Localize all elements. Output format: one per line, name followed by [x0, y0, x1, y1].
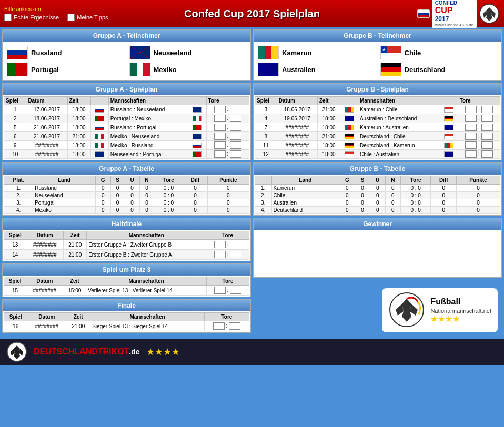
- flag-russia: [7, 46, 28, 59]
- gruppe-b-tabelle-table: Land G S U N Tore Diff Punkte 1. Kamerun…: [255, 176, 500, 214]
- fussball-text-area: Fußball Nationalmannschaft.net ★★★★: [430, 297, 491, 324]
- table-row: 3. Portugal 0 0 0 0 0 : 0 0 0: [4, 199, 249, 207]
- gruppe-a-tabelle-panel: Gruppe A - Tabelle Plat. Land G S U N To…: [2, 162, 251, 216]
- table-row: 11 ######## 18:00 Deutschland : Kamerun …: [255, 141, 500, 150]
- flag-cameroon: [258, 46, 279, 59]
- table-row: 16 ######## 21:00 Sieger Spiel 13 : Sieg…: [4, 321, 249, 331]
- table-row: 7 ######## 18:00 Kamerun : Australien :: [255, 123, 500, 132]
- table-row: 14 ######## 21:00 Erster Gruppe B : Zwei…: [4, 250, 249, 260]
- bitte-text: Bitte ankreuzen:: [4, 6, 128, 12]
- flag-portugal: [7, 63, 28, 76]
- left-column: Gruppe A - Teilnehmer Russland Neuseelan…: [2, 29, 251, 337]
- gruppe-b-spielplan-panel: Gruppe B - Spielplan Spiel Datum Zeit Ma…: [253, 83, 502, 160]
- table-row: 10 ######## 18:00 Neuseeland : Portugal …: [4, 150, 249, 159]
- halbfinale-panel: Halbfinale Spiel Datum Zeit Mannschaften…: [2, 218, 251, 261]
- gruppe-b-spielplan-header: Gruppe B - Spielplan: [254, 84, 501, 95]
- header-logo: CONFED CUP 2017 www.Confed-Cup.de: [376, 0, 500, 28]
- team-neuseeland: Neuseeland: [129, 46, 247, 59]
- bottom-stars: ★★★★: [146, 346, 180, 358]
- gruppe-b-spielplan-table: Spiel Datum Zeit Mannschaften Tore 3 18.…: [255, 96, 500, 159]
- fussball-logo: Fußball Nationalmannschaft.net ★★★★: [382, 288, 498, 332]
- bottom-site-text: DEUTSCHLANDTRIKOT.de: [34, 347, 140, 357]
- gruppe-b-teilnehmer-header: Gruppe B - Teilnehmer: [254, 30, 501, 42]
- gewinner-panel: Gewinner: [253, 218, 502, 278]
- logo-year: 2017: [435, 15, 473, 23]
- finale-panel: Finale Spiel Datum Zeit Mannschaften Tor…: [2, 299, 251, 333]
- table-row: 9 ######## 18:00 Mexiko : Russland :: [4, 141, 249, 150]
- col-zeit: Zeit: [67, 97, 90, 105]
- team-kamerun: Kamerun: [258, 46, 375, 59]
- flag-mexico: [129, 63, 150, 76]
- team-deutschland: Deutschland: [380, 63, 498, 76]
- halbfinale-body: Spiel Datum Zeit Mannschaften Tore 13 ##…: [3, 230, 250, 261]
- table-row: 13 ######## 21:00 Erster Gruppe A : Zwei…: [4, 240, 249, 250]
- halbfinale-header: Halbfinale: [3, 218, 250, 230]
- bottom-bar: DEUTSCHLANDTRIKOT.de ★★★★: [0, 339, 504, 365]
- bottom-ball-icon: [6, 341, 27, 362]
- logo-confed: CONFED: [435, 0, 473, 6]
- gruppe-a-spielplan-panel: Gruppe A - Spielplan Spiel Datum Zeit Ma…: [2, 83, 251, 160]
- checkboxes: Echte Ergebnisse Meine Tipps: [4, 14, 128, 21]
- header-title: Confed Cup 2017 Spielplan: [128, 8, 376, 20]
- platz3-body: Spiel Datum Zeit Mannschaften Tore 15 ##…: [3, 276, 250, 297]
- table-row: 4 19.06.2017 18:00 Australien : Deutschl…: [255, 114, 500, 123]
- table-row: 15 ######## 15:00 Verlierer Spiel 13 : V…: [4, 286, 249, 296]
- logo-box: CONFED CUP 2017 www.Confed-Cup.de: [432, 0, 477, 28]
- team-australien: Australien: [258, 63, 375, 76]
- table-row: 2. Chile 0 0 0 0 0 : 0 0 0: [255, 192, 500, 199]
- team-russland: Russland: [7, 46, 124, 59]
- table-row: 2 18.06.2017 18:00 Portugal : Mexiko :: [4, 114, 249, 123]
- gruppe-a-teilnehmer-panel: Gruppe A - Teilnehmer Russland Neuseelan…: [2, 29, 251, 81]
- echte-checkbox-input[interactable]: [4, 14, 12, 21]
- tipps-checkbox[interactable]: Meine Tipps: [67, 14, 108, 21]
- finale-body: Spiel Datum Zeit Mannschaften Tore 16 ##…: [3, 311, 250, 332]
- gruppe-a-spielplan-table: Spiel Datum Zeit Mannschaften Tore 1 17.…: [4, 96, 249, 159]
- table-row: 4. Mexiko 0 0 0 0 0 : 0 0 0: [4, 207, 249, 214]
- table-row: 5 21.06.2017 18:00 Russland : Portugal :: [4, 123, 249, 132]
- col-datum: Datum: [26, 97, 67, 105]
- gruppe-b-tabelle-panel: Gruppe B - Tabelle Land G S U N Tore Dif…: [253, 162, 502, 216]
- gruppe-a-teilnehmer-header: Gruppe A - Teilnehmer: [3, 30, 250, 42]
- gruppe-b-teilnehmer-panel: Gruppe B - Teilnehmer Kamerun ★ Chile: [253, 29, 502, 81]
- platz3-header: Spiel um Platz 3: [3, 264, 250, 276]
- table-row: 2. Neuseeland 0 0 0 0 0 : 0 0 0: [4, 192, 249, 199]
- col-spiel: Spiel: [4, 97, 26, 105]
- gruppe-a-tabelle-table: Plat. Land G S U N Tore Diff Punkte 1. R…: [4, 176, 249, 214]
- gruppe-a-tabelle-header: Gruppe A - Tabelle: [3, 163, 250, 175]
- flag-australia: [258, 63, 279, 76]
- tipps-checkbox-input[interactable]: [67, 14, 75, 21]
- header: Bitte ankreuzen: Echte Ergebnisse Meine …: [0, 0, 504, 27]
- gruppe-a-tabelle-body: Plat. Land G S U N Tore Diff Punkte 1. R…: [3, 175, 250, 215]
- gewinner-header: Gewinner: [254, 218, 501, 230]
- gruppe-b-spielplan-body: Spiel Datum Zeit Mannschaften Tore 3 18.…: [254, 95, 501, 160]
- table-row: 6 21.06.2017 21:00 Mexiko : Neuseeland :: [4, 132, 249, 141]
- echte-checkbox[interactable]: Echte Ergebnisse: [4, 14, 59, 21]
- table-row: 3 18.06.2017 21:00 Kamerun : Chile :: [255, 105, 500, 114]
- gruppe-b-tabelle-header: Gruppe B - Tabelle: [254, 163, 501, 175]
- finale-table: Spiel Datum Zeit Mannschaften Tore 16 ##…: [4, 312, 249, 331]
- russia-flag-icon: [417, 9, 430, 18]
- table-row: 12 ######## 18:00 Chile : Australien :: [255, 150, 500, 159]
- flag-germany: [380, 63, 401, 76]
- header-left: Bitte ankreuzen: Echte Ergebnisse Meine …: [4, 6, 128, 21]
- flag-chile: ★: [380, 46, 401, 59]
- table-row: 1. Kamerun 0 0 0 0 0 : 0 0 0: [255, 185, 500, 192]
- flag-nz: [129, 46, 150, 59]
- table-row: 8 ######## 21:00 Deutschland : Chile :: [255, 132, 500, 141]
- team-mexiko: Mexiko: [129, 63, 247, 76]
- gruppe-b-teams: Kamerun ★ Chile Australien Deuts: [254, 42, 501, 80]
- logo-site: www.Confed-Cup.de: [435, 23, 473, 27]
- table-row: 3. Australien 0 0 0 0 0 : 0 0 0: [255, 199, 500, 207]
- col-flag1: [90, 97, 108, 105]
- gruppe-a-spielplan-body: Spiel Datum Zeit Mannschaften Tore 1 17.…: [3, 95, 250, 160]
- team-chile: ★ Chile: [380, 46, 498, 59]
- col-tore: Tore: [206, 97, 249, 105]
- gruppe-a-spielplan-header: Gruppe A - Spielplan: [3, 84, 250, 95]
- col-flag2: [188, 97, 206, 105]
- col-mannschaften: Mannschaften: [108, 97, 188, 105]
- main-content: Gruppe A - Teilnehmer Russland Neuseelan…: [0, 27, 504, 339]
- gruppe-b-tabelle-body: Land G S U N Tore Diff Punkte 1. Kamerun…: [254, 175, 501, 215]
- gewinner-body: [254, 230, 501, 277]
- fussball-logo-area: Fußball Nationalmannschaft.net ★★★★: [253, 284, 502, 337]
- fussball-ball-icon: [388, 291, 425, 329]
